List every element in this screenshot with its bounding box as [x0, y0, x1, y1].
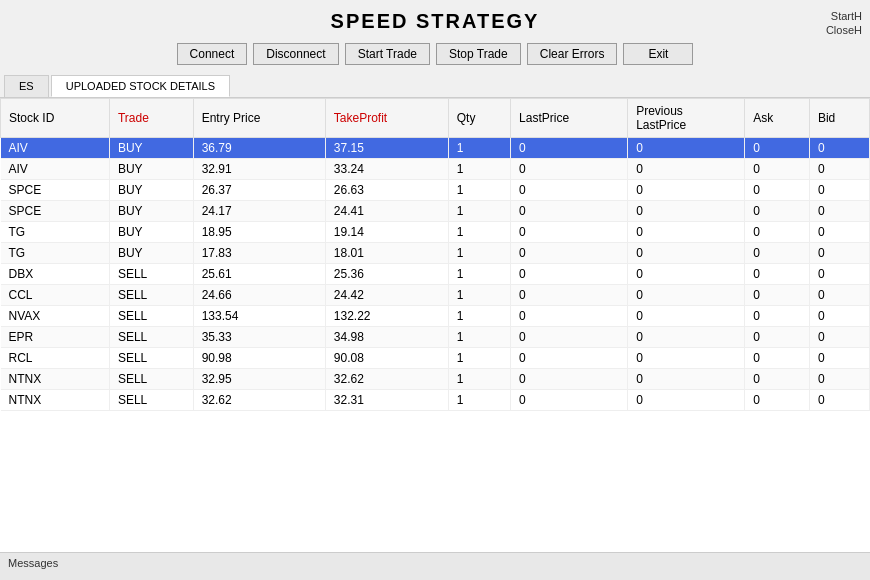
tab-uploaded[interactable]: UPLOADED STOCK DETAILS — [51, 75, 230, 97]
cell-stock_id: AIV — [1, 138, 110, 159]
cell-bid: 0 — [809, 222, 869, 243]
table-row[interactable]: RCLSELL90.9890.0810000 — [1, 348, 870, 369]
cell-stock_id: TG — [1, 243, 110, 264]
cell-bid: 0 — [809, 243, 869, 264]
cell-prev_last_price: 0 — [628, 327, 745, 348]
cell-ask: 0 — [745, 390, 810, 411]
clear-errors-button[interactable]: Clear Errors — [527, 43, 618, 65]
cell-prev_last_price: 0 — [628, 348, 745, 369]
cell-ask: 0 — [745, 306, 810, 327]
cell-qty: 1 — [448, 390, 510, 411]
cell-qty: 1 — [448, 201, 510, 222]
header-row: Stock IDTradeEntry PriceTakeProfitQtyLas… — [1, 99, 870, 138]
messages-bar: Messages — [0, 552, 870, 580]
cell-bid: 0 — [809, 264, 869, 285]
cell-last_price: 0 — [511, 201, 628, 222]
connect-button[interactable]: Connect — [177, 43, 248, 65]
main-content: Stock IDTradeEntry PriceTakeProfitQtyLas… — [0, 98, 870, 552]
table-row[interactable]: NVAXSELL133.54132.2210000 — [1, 306, 870, 327]
cell-stock_id: SPCE — [1, 201, 110, 222]
cell-last_price: 0 — [511, 327, 628, 348]
cell-entry_price: 25.61 — [193, 264, 325, 285]
tab-es[interactable]: ES — [4, 75, 49, 97]
cell-qty: 1 — [448, 285, 510, 306]
cell-last_price: 0 — [511, 138, 628, 159]
cell-stock_id: NTNX — [1, 390, 110, 411]
table-row[interactable]: DBXSELL25.6125.3610000 — [1, 264, 870, 285]
cell-prev_last_price: 0 — [628, 264, 745, 285]
cell-entry_price: 90.98 — [193, 348, 325, 369]
cell-trade: BUY — [109, 243, 193, 264]
messages-label: Messages — [8, 557, 58, 569]
cell-qty: 1 — [448, 369, 510, 390]
start-h-label[interactable]: StartH — [831, 10, 862, 22]
cell-take_profit: 26.63 — [325, 180, 448, 201]
cell-qty: 1 — [448, 180, 510, 201]
cell-bid: 0 — [809, 201, 869, 222]
table-container[interactable]: Stock IDTradeEntry PriceTakeProfitQtyLas… — [0, 98, 870, 552]
table-row[interactable]: EPRSELL35.3334.9810000 — [1, 327, 870, 348]
cell-bid: 0 — [809, 306, 869, 327]
cell-entry_price: 32.91 — [193, 159, 325, 180]
cell-stock_id: TG — [1, 222, 110, 243]
cell-stock_id: EPR — [1, 327, 110, 348]
cell-entry_price: 24.66 — [193, 285, 325, 306]
cell-take_profit: 90.08 — [325, 348, 448, 369]
cell-trade: BUY — [109, 180, 193, 201]
cell-bid: 0 — [809, 390, 869, 411]
cell-ask: 0 — [745, 138, 810, 159]
col-header-stock-id: Stock ID — [1, 99, 110, 138]
table-row[interactable]: SPCEBUY24.1724.4110000 — [1, 201, 870, 222]
cell-prev_last_price: 0 — [628, 369, 745, 390]
table-row[interactable]: TGBUY17.8318.0110000 — [1, 243, 870, 264]
cell-stock_id: NTNX — [1, 369, 110, 390]
cell-bid: 0 — [809, 159, 869, 180]
cell-trade: BUY — [109, 159, 193, 180]
close-h-label[interactable]: CloseH — [826, 24, 862, 36]
table-row[interactable]: NTNXSELL32.9532.6210000 — [1, 369, 870, 390]
exit-button[interactable]: Exit — [623, 43, 693, 65]
cell-stock_id: SPCE — [1, 180, 110, 201]
cell-ask: 0 — [745, 369, 810, 390]
table-row[interactable]: AIVBUY32.9133.2410000 — [1, 159, 870, 180]
cell-trade: SELL — [109, 348, 193, 369]
cell-entry_price: 18.95 — [193, 222, 325, 243]
cell-qty: 1 — [448, 264, 510, 285]
col-header-entry-price: Entry Price — [193, 99, 325, 138]
cell-trade: BUY — [109, 222, 193, 243]
cell-bid: 0 — [809, 327, 869, 348]
cell-last_price: 0 — [511, 306, 628, 327]
side-labels: StartHCloseH — [826, 10, 862, 36]
header: SPEED STRATEGY ConnectDisconnectStart Tr… — [0, 0, 870, 71]
table-row[interactable]: TGBUY18.9519.1410000 — [1, 222, 870, 243]
cell-bid: 0 — [809, 348, 869, 369]
tabs-bar: ESUPLOADED STOCK DETAILS — [0, 75, 870, 98]
cell-prev_last_price: 0 — [628, 159, 745, 180]
cell-stock_id: CCL — [1, 285, 110, 306]
cell-ask: 0 — [745, 264, 810, 285]
table-row[interactable]: AIVBUY36.7937.1510000 — [1, 138, 870, 159]
cell-last_price: 0 — [511, 369, 628, 390]
col-header-qty: Qty — [448, 99, 510, 138]
cell-take_profit: 18.01 — [325, 243, 448, 264]
cell-entry_price: 17.83 — [193, 243, 325, 264]
cell-ask: 0 — [745, 222, 810, 243]
stock-table: Stock IDTradeEntry PriceTakeProfitQtyLas… — [0, 98, 870, 411]
cell-last_price: 0 — [511, 390, 628, 411]
table-row[interactable]: NTNXSELL32.6232.3110000 — [1, 390, 870, 411]
table-row[interactable]: SPCEBUY26.3726.6310000 — [1, 180, 870, 201]
cell-take_profit: 32.31 — [325, 390, 448, 411]
cell-qty: 1 — [448, 348, 510, 369]
start-trade-button[interactable]: Start Trade — [345, 43, 430, 65]
stop-trade-button[interactable]: Stop Trade — [436, 43, 521, 65]
cell-bid: 0 — [809, 180, 869, 201]
table-row[interactable]: CCLSELL24.6624.4210000 — [1, 285, 870, 306]
cell-entry_price: 133.54 — [193, 306, 325, 327]
cell-entry_price: 35.33 — [193, 327, 325, 348]
col-header-last-price: LastPrice — [511, 99, 628, 138]
disconnect-button[interactable]: Disconnect — [253, 43, 338, 65]
cell-take_profit: 34.98 — [325, 327, 448, 348]
cell-take_profit: 37.15 — [325, 138, 448, 159]
cell-take_profit: 24.41 — [325, 201, 448, 222]
cell-take_profit: 33.24 — [325, 159, 448, 180]
